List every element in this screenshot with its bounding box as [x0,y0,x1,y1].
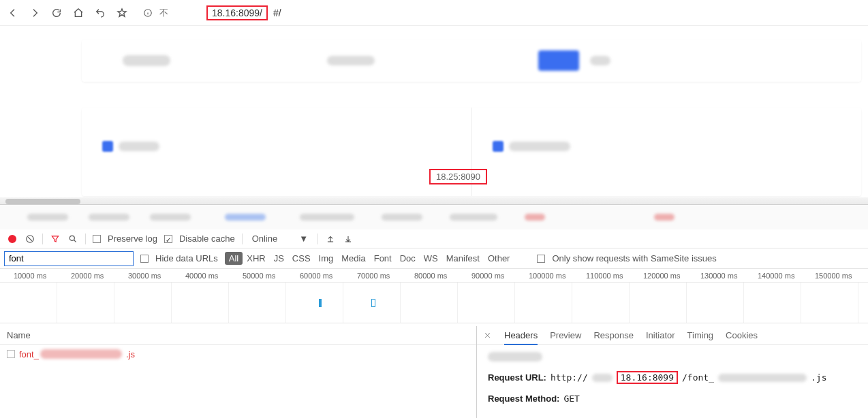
samesite-checkbox[interactable] [537,255,545,263]
detail-tab-headers[interactable]: Headers [504,327,538,345]
filter-type-js[interactable]: JS [270,252,288,265]
browser-toolbar: 不 18.16:8099/#/ [0,0,868,26]
timeline-tick: 60000 ms [300,272,357,280]
search-icon[interactable] [67,234,78,244]
scrollbar-thumb[interactable] [5,199,80,204]
column-header-name[interactable]: Name [0,326,476,345]
filter-type-css[interactable]: CSS [288,252,315,265]
request-list: Name font_ .js [0,326,477,418]
filter-type-ws[interactable]: WS [420,252,442,265]
filter-type-other[interactable]: Other [484,252,514,265]
devtools-panel: Preserve log Disable cache Online ▼ Hide… [0,204,868,418]
disable-cache-checkbox[interactable] [164,235,172,243]
security-label: 不 [159,7,168,19]
url-highlight: 18.16:8099/ [206,5,268,20]
throttling-value: Online [252,234,278,244]
timeline-tick: 130000 ms [700,272,758,280]
filter-type-all[interactable]: All [225,252,243,265]
throttling-select[interactable]: Online ▼ [249,234,311,244]
timeline-tick: 20000 ms [71,272,128,280]
detail-tab-response[interactable]: Response [593,327,634,344]
preserve-log-label: Preserve log [108,234,157,244]
request-url-mid: /font_ [682,372,714,383]
record-icon[interactable] [7,234,18,244]
hide-data-urls-label: Hide data URLs [155,253,218,263]
detail-tab-timing[interactable]: Timing [687,327,714,344]
filter-type-media[interactable]: Media [337,252,369,265]
page-content: 18.25:8090 [0,26,868,204]
request-method-value: GET [563,393,579,404]
timeline-tick: 140000 ms [758,272,815,280]
request-method-label: Request Method: [488,393,559,404]
timeline-tick: 40000 ms [185,272,243,280]
disable-cache-label: Disable cache [179,234,235,244]
request-url-suffix: .js [811,372,826,383]
timeline-tick: 90000 ms [471,272,529,280]
filter-input[interactable] [4,251,134,266]
waterfall-mark [319,299,322,307]
filter-type-manifest[interactable]: Manifest [442,252,484,265]
svg-point-2 [69,236,74,240]
timeline-tick: 120000 ms [643,272,700,280]
filter-type-doc[interactable]: Doc [396,252,420,265]
timeline-tick: 80000 ms [414,272,471,280]
network-filter-bar: Hide data URLs AllXHRJSCSSImgMediaFontDo… [0,248,868,269]
filter-icon[interactable] [50,234,61,244]
devtools-tabstrip-blur [0,205,868,229]
clear-icon[interactable] [25,234,35,244]
callout-secondary: 18.25:8090 [429,169,487,184]
timeline-tick: 110000 ms [586,272,643,280]
timeline-tick: 150000 ms [815,272,868,280]
detail-tabbar: HeadersPreviewResponseInitiatorTimingCoo… [477,326,868,345]
back-icon[interactable] [4,4,22,22]
request-detail: HeadersPreviewResponseInitiatorTimingCoo… [477,326,868,418]
network-toolbar: Preserve log Disable cache Online ▼ [0,229,868,248]
undo-icon[interactable] [91,4,109,22]
request-checkbox[interactable] [7,350,15,358]
page-header-blur [82,39,861,82]
filter-type-xhr[interactable]: XHR [243,252,269,265]
info-icon [142,7,154,19]
url-rest: #/ [273,7,281,18]
filter-type-img[interactable]: Img [315,252,338,265]
chevron-down-icon: ▼ [299,234,308,244]
address-bar[interactable]: 不 18.16:8099/#/ [135,5,864,20]
home-icon[interactable] [69,4,87,22]
timeline-tick: 50000 ms [243,272,300,280]
timeline-tick: 70000 ms [357,272,414,280]
filter-type-font[interactable]: Font [370,252,396,265]
star-icon[interactable] [113,4,131,22]
reload-icon[interactable] [48,4,65,22]
detail-tab-preview[interactable]: Preview [550,327,581,344]
request-url-highlight: 18.16:8099 [617,371,678,384]
request-name-blur [40,349,122,359]
detail-tab-cookies[interactable]: Cookies [726,327,758,344]
timeline-tick: 30000 ms [128,272,185,280]
samesite-label: Only show requests with SameSite issues [552,253,716,263]
preserve-log-checkbox[interactable] [93,235,101,243]
forward-icon[interactable] [26,4,44,22]
detail-tab-initiator[interactable]: Initiator [646,327,675,344]
request-name-suffix: .js [126,349,135,359]
close-icon[interactable] [482,331,492,340]
upload-icon[interactable] [325,234,336,244]
waterfall[interactable] [0,283,868,323]
timeline-tick: 10000 ms [14,272,71,280]
request-url-label: Request URL: [488,372,546,383]
hide-data-urls-checkbox[interactable] [140,255,149,263]
request-row[interactable]: font_ .js [0,345,476,363]
detail-body: Request URL: http:// 18.16:8099/font_ .j… [477,345,868,404]
network-splitpane: Name font_ .js HeadersPreviewResponseIni… [0,326,868,418]
timeline-tick: 100000 ms [529,272,586,280]
request-url-prefix: http:// [551,372,588,383]
timeline-ruler: 10000 ms20000 ms30000 ms40000 ms50000 ms… [0,269,868,283]
primary-button-blur [538,50,579,71]
request-name-prefix: font_ [19,349,39,359]
waterfall-mark [371,299,375,307]
download-icon[interactable] [343,234,354,244]
